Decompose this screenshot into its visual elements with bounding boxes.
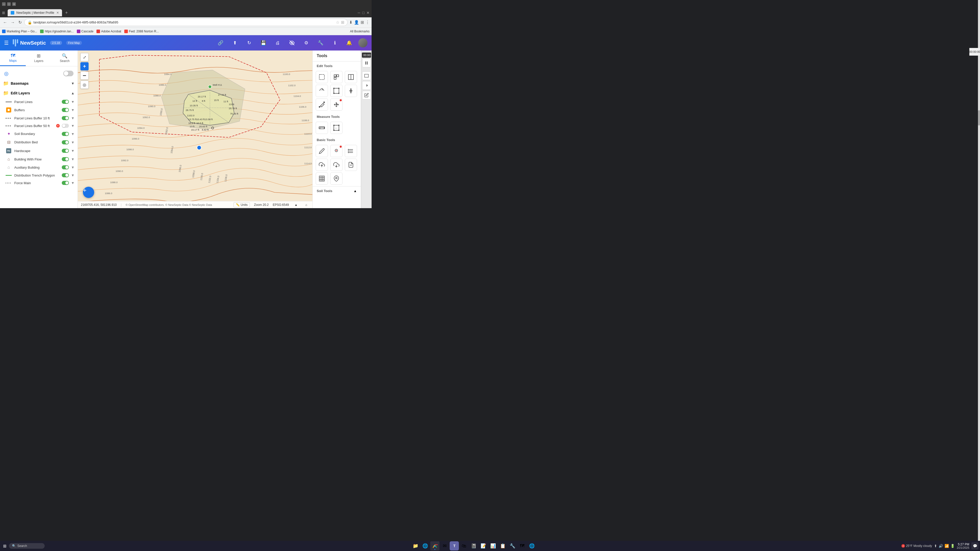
- layer-chevron[interactable]: ▼: [71, 132, 75, 136]
- edit-layers-section-header[interactable]: 📁 Edit Layers ▲: [0, 88, 78, 98]
- tab-layers[interactable]: ⊞ Layers: [26, 51, 52, 66]
- link-button[interactable]: 🔗: [215, 38, 226, 48]
- bookmark-gis[interactable]: https://gisadmin.lan...: [40, 30, 73, 33]
- layer-hardscape[interactable]: Hs Hardscape ▼: [0, 146, 78, 155]
- layer-toggle[interactable]: [62, 140, 69, 144]
- active-tab[interactable]: NewSeptic | Member Profile ✕: [8, 9, 62, 16]
- share-button[interactable]: ⬆: [230, 38, 240, 48]
- layer-chevron[interactable]: ▼: [71, 165, 75, 169]
- downloads-icon[interactable]: ⬇: [349, 20, 352, 25]
- layer-toggle[interactable]: [62, 149, 69, 153]
- bookmark-all[interactable]: All Bookmarks: [350, 30, 369, 33]
- new-tab-button[interactable]: +: [63, 9, 70, 16]
- soil-tools-section-header[interactable]: Soil Tools ▲: [313, 186, 361, 194]
- layer-chevron[interactable]: ▼: [71, 108, 75, 112]
- multi-select-tool-button[interactable]: [330, 71, 342, 83]
- back-button[interactable]: ←: [2, 19, 8, 26]
- settings-button[interactable]: ⚙: [301, 38, 311, 48]
- save-button[interactable]: 💾: [258, 38, 269, 48]
- layer-parcel-lines[interactable]: Parcel Lines ▼: [0, 98, 78, 106]
- pin-tool-button[interactable]: [330, 172, 342, 185]
- layer-dist-trench[interactable]: Distribution Trench Polygon ▼: [0, 171, 78, 179]
- layer-chevron[interactable]: ▼: [71, 100, 75, 104]
- layer-distribution-bed[interactable]: ⊟ Distribution Bed ▼: [0, 138, 78, 146]
- edit-vertex-button[interactable]: [345, 85, 357, 97]
- refresh-map-button[interactable]: ↻: [244, 38, 254, 48]
- tools-button[interactable]: 🔧: [315, 38, 326, 48]
- address-bar[interactable]: 🔒 landplan.io/map/e59d01cd-a184-48f5-bf8…: [24, 19, 348, 26]
- layer-toggle[interactable]: [62, 173, 69, 177]
- refresh-button[interactable]: ↻: [18, 19, 23, 26]
- measure-area-button[interactable]: +: [330, 122, 342, 134]
- home-button[interactable]: ⌂: [303, 202, 309, 208]
- layer-chevron[interactable]: ▼: [71, 116, 75, 120]
- basemaps-section-header[interactable]: 📁 Basemaps ▼: [0, 79, 78, 88]
- map-area[interactable]: 1084.0 1086.0 1088.0 1090.0 1092.0 1094.…: [78, 51, 312, 208]
- bookmark-fwd[interactable]: Fwd: 2088 Norton R...: [124, 30, 159, 33]
- first-map-button[interactable]: First Map: [66, 41, 82, 45]
- layer-toggle[interactable]: [62, 116, 69, 120]
- fullscreen-button[interactable]: ⤢: [80, 53, 89, 61]
- bookmark-adobe[interactable]: Adobe Acrobat: [97, 30, 121, 33]
- cloud-download-button[interactable]: [330, 159, 342, 171]
- layer-toggle-off[interactable]: [62, 124, 69, 128]
- minimize-button[interactable]: ─: [2, 2, 6, 6]
- gps-toggle[interactable]: [63, 71, 73, 76]
- star-icon[interactable]: ☆: [336, 20, 339, 25]
- close-button[interactable]: ✕: [12, 2, 16, 6]
- info-button[interactable]: ℹ: [330, 38, 340, 48]
- list-tool-button[interactable]: [345, 145, 357, 157]
- layer-toggle[interactable]: [62, 132, 69, 136]
- zoom-in-button[interactable]: +: [80, 62, 89, 70]
- layer-chevron[interactable]: ▼: [71, 140, 75, 144]
- layer-toggle[interactable]: [62, 181, 69, 185]
- pencil-tool-button[interactable]: [316, 145, 328, 157]
- layer-building-with-flow[interactable]: ⌂ Building With Flow ▼: [0, 155, 78, 163]
- profile-icon[interactable]: 👤: [354, 20, 359, 25]
- maximize-button[interactable]: □: [7, 2, 11, 6]
- draw-line-button[interactable]: [316, 98, 328, 111]
- units-button[interactable]: 📏 Units: [234, 202, 250, 207]
- pointer-tool-button[interactable]: [330, 145, 342, 157]
- layer-toggle[interactable]: [62, 165, 69, 169]
- browser-grid-btn[interactable]: ⊞: [2, 11, 5, 15]
- locate-button[interactable]: ◎: [80, 81, 89, 89]
- hamburger-menu-button[interactable]: ☰: [4, 40, 9, 46]
- edge-arrow-button[interactable]: [362, 81, 371, 90]
- edge-pause-button[interactable]: [362, 59, 371, 67]
- layer-chevron[interactable]: ▼: [71, 124, 75, 128]
- edge-edit-button[interactable]: [362, 91, 371, 100]
- file-tool-button[interactable]: [345, 159, 357, 171]
- layer-auxiliary-building[interactable]: ⌂ Auxiliary Building ▼: [0, 163, 78, 171]
- layer-chevron[interactable]: ▼: [71, 149, 75, 153]
- tab-close-button[interactable]: ✕: [56, 11, 59, 14]
- layer-buffers[interactable]: ⬟ Buffers ▼: [0, 106, 78, 114]
- extension-icon[interactable]: ⊞: [341, 20, 344, 25]
- bookmark-cascade[interactable]: Cascade: [77, 30, 94, 33]
- edit-polygon-button[interactable]: [330, 85, 342, 97]
- browser-close-icon[interactable]: ✕: [366, 11, 369, 15]
- notifications-button[interactable]: 🔔: [344, 38, 354, 48]
- forward-button[interactable]: →: [10, 19, 16, 26]
- rotate-tool-button[interactable]: [316, 85, 328, 97]
- layer-buffer-50[interactable]: Parcel Lines Buffer 50 ft ✕ ▼: [0, 122, 78, 130]
- menu-icon[interactable]: ⋮: [366, 20, 369, 25]
- layer-chevron[interactable]: ▼: [71, 157, 75, 161]
- layer-chevron[interactable]: ▼: [71, 181, 75, 185]
- extensions-icon[interactable]: ⊞: [361, 20, 364, 25]
- layer-force-main[interactable]: Force Main ▼: [0, 179, 78, 187]
- layer-toggle[interactable]: [62, 157, 69, 161]
- edge-rect-button[interactable]: [362, 71, 371, 80]
- print-button[interactable]: 🖨: [272, 38, 283, 48]
- zoom-out-button[interactable]: −: [80, 71, 89, 79]
- grid-tool-button[interactable]: [316, 172, 328, 185]
- tab-search[interactable]: 🔍 Search: [52, 51, 78, 66]
- user-avatar[interactable]: [358, 38, 368, 48]
- measure-length-button[interactable]: [316, 122, 328, 134]
- browser-restore-icon[interactable]: □: [363, 11, 364, 15]
- layer-toggle[interactable]: [62, 108, 69, 112]
- move-tool-button[interactable]: [330, 98, 342, 111]
- layer-soil-boundary[interactable]: ✦ Soil Boundary ▼: [0, 130, 78, 138]
- add-feature-button[interactable]: +: [83, 187, 94, 198]
- layer-chevron[interactable]: ▼: [71, 173, 75, 177]
